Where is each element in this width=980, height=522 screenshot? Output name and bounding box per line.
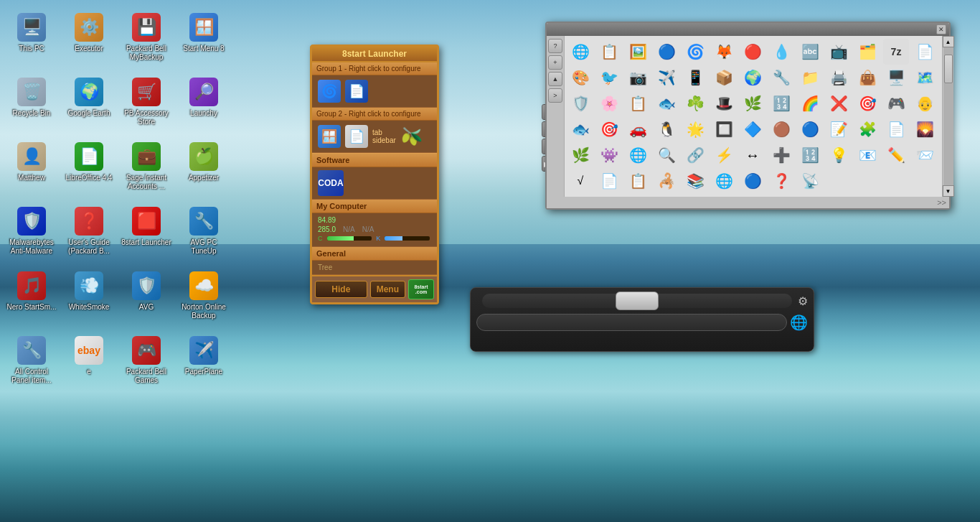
app-icon-3-4[interactable]: 🌟: [682, 116, 708, 142]
app-icon-0-6[interactable]: 🔴: [740, 39, 765, 65]
app-icon-3-1[interactable]: 🎯: [596, 116, 622, 142]
scrollbar-arrow-down[interactable]: ▼: [943, 185, 954, 197]
app-icon-3-8[interactable]: 🔵: [797, 116, 823, 142]
launcher-doc-icon[interactable]: 📄: [345, 125, 368, 148]
app-icon-1-7[interactable]: 🔧: [768, 65, 794, 90]
sidebar-btn-question[interactable]: ?: [548, 39, 562, 53]
desktop-icon-packard-bell-mybackup[interactable]: 💾 Packard Bell MyBackup: [118, 7, 174, 72]
app-icon-2-9[interactable]: ❌: [826, 90, 852, 116]
sidebar-btn-right[interactable]: >: [548, 88, 562, 103]
app-icon-3-11[interactable]: 📄: [883, 116, 909, 142]
launcher-group2[interactable]: Group 2 - Right click to configure: [312, 108, 437, 121]
app-icon-5-9[interactable]: [826, 168, 852, 194]
desktop-icon-8start-launcher[interactable]: 🟥 8start Launcher: [118, 201, 174, 266]
desktop-icon-nero[interactable]: 🎵 Nero StartSm...: [4, 266, 60, 330]
desktop-icon-recycle-bin[interactable]: 🗑️ Recycle Bin: [4, 72, 60, 136]
desktop-icon-norton[interactable]: ☁️ Norton Online Backup: [176, 266, 232, 330]
desktop-icon-pb-accessory-store[interactable]: 🛒 PB Accessory Store: [118, 72, 174, 136]
expand-indicator[interactable]: >>: [937, 198, 946, 207]
app-icon-1-8[interactable]: 📁: [797, 65, 823, 90]
app-icon-1-11[interactable]: 🖥️: [883, 65, 909, 90]
app-icon-3-9[interactable]: 📝: [826, 116, 852, 142]
app-icon-3-6[interactable]: 🔷: [740, 116, 765, 142]
app-icon-5-7[interactable]: ❓: [768, 168, 794, 194]
app-icon-1-2[interactable]: 📷: [625, 65, 651, 90]
desktop-icon-avg[interactable]: 🛡️ AVG: [118, 266, 174, 330]
launcher-olive-icon[interactable]: 🫒: [400, 125, 423, 148]
app-icon-3-2[interactable]: 🚗: [625, 116, 651, 142]
app-icon-2-7[interactable]: 🔢: [768, 90, 794, 116]
app-icon-3-10[interactable]: 🧩: [854, 116, 880, 142]
app-icon-2-0[interactable]: 🛡️: [567, 90, 593, 116]
app-icon-2-8[interactable]: 🌈: [797, 90, 823, 116]
app-icon-1-6[interactable]: 🌍: [740, 65, 765, 90]
app-icon-2-2[interactable]: 📋: [625, 90, 651, 116]
close-button[interactable]: ✕: [936, 24, 946, 34]
app-icon-0-9[interactable]: 📺: [826, 39, 852, 65]
app-icon-2-6[interactable]: 🌿: [740, 90, 765, 116]
app-icon-0-12[interactable]: 📄: [912, 39, 938, 65]
app-icon-2-1[interactable]: 🌸: [596, 90, 622, 116]
app-icon-5-11[interactable]: [883, 168, 909, 194]
app-icon-1-3[interactable]: ✈️: [654, 65, 679, 90]
scrollbar-thumb[interactable]: [944, 55, 953, 83]
desktop-icon-avg-pc-tuneup[interactable]: 🔧 AVG PC TuneUp: [176, 201, 232, 266]
desktop-icon-packard-bell-games[interactable]: 🎮 Packard Bell Games: [118, 330, 174, 395]
desktop-icon-ebay[interactable]: ebay e: [61, 330, 117, 395]
desktop-icon-users-guide[interactable]: ❓ User's Guide (Packard B...: [61, 201, 117, 266]
desktop-icon-this-pc[interactable]: 🖥️ This PC: [4, 7, 60, 72]
app-icon-1-9[interactable]: 🖨️: [826, 65, 852, 90]
app-icon-1-0[interactable]: 🎨: [567, 65, 593, 90]
app-icon-2-3[interactable]: 🐟: [654, 90, 679, 116]
widget-search-bar[interactable]: [476, 314, 787, 331]
desktop-icon-matthew[interactable]: 👤 Matthew: [4, 136, 60, 201]
desktop-icon-launchy[interactable]: 🔎 Launchy: [176, 72, 232, 136]
app-icon-0-0[interactable]: 🌐: [567, 39, 593, 65]
app-icon-4-7[interactable]: ➕: [768, 142, 794, 168]
app-icon-0-11[interactable]: 7z: [883, 39, 909, 65]
sidebar-btn-plus[interactable]: +: [548, 55, 562, 70]
app-icon-4-5[interactable]: ⚡: [711, 142, 737, 168]
desktop-icon-sage-instant[interactable]: 💼 Sage Instant Accounts ...: [118, 136, 174, 201]
launcher-tree[interactable]: Tree: [312, 261, 437, 275]
app-icon-4-11[interactable]: ✏️: [883, 142, 909, 168]
app-icon-0-1[interactable]: 📋: [596, 39, 622, 65]
app-icon-4-8[interactable]: 🔢: [797, 142, 823, 168]
desktop-icon-control-panel[interactable]: 🔧 All Control Panel item...: [4, 330, 60, 395]
app-icon-4-6[interactable]: ↔️: [740, 142, 765, 168]
app-icon-1-5[interactable]: 📦: [711, 65, 737, 90]
launcher-word-icon[interactable]: 📄: [345, 80, 368, 103]
widget-slider-area[interactable]: [482, 294, 792, 308]
app-icon-4-12[interactable]: 📨: [912, 142, 938, 168]
app-icon-4-1[interactable]: 👾: [596, 142, 622, 168]
app-icon-1-4[interactable]: 📱: [682, 65, 708, 90]
app-icon-3-0[interactable]: 🐟: [567, 116, 593, 142]
app-icon-0-10[interactable]: 🗂️: [854, 39, 880, 65]
gear-icon[interactable]: ⚙: [798, 294, 808, 308]
app-icon-0-4[interactable]: 🌀: [682, 39, 708, 65]
desktop-icon-paperplane[interactable]: ✈️ PaperPlane: [176, 330, 232, 395]
app-icon-4-2[interactable]: 🌐: [625, 142, 651, 168]
app-icon-1-12[interactable]: 🗺️: [912, 65, 938, 90]
app-icon-1-1[interactable]: 🐦: [596, 65, 622, 90]
app-icon-3-3[interactable]: 🐧: [654, 116, 679, 142]
app-icon-3-7[interactable]: 🟤: [768, 116, 794, 142]
app-icon-5-5[interactable]: 🌐: [711, 168, 737, 194]
desktop-icon-appetizer[interactable]: 🍏 Appetizer: [176, 136, 232, 201]
launcher-windows-icon[interactable]: 🪟: [318, 125, 341, 148]
app-icon-5-12[interactable]: [912, 168, 938, 194]
app-icon-5-3[interactable]: 🦂: [654, 168, 679, 194]
desktop-icon-executor[interactable]: ⚙️ Executor: [61, 7, 117, 72]
app-icon-2-5[interactable]: 🎩: [711, 90, 737, 116]
desktop-icon-libreoffice[interactable]: 📄 LibreOffice 4.4: [61, 136, 117, 201]
widget-slider-thumb[interactable]: [616, 292, 659, 310]
desktop-icon-start-menu-8[interactable]: 🪟 Start Menu 8: [176, 7, 232, 72]
launcher-chrome-icon[interactable]: 🌀: [318, 80, 341, 103]
app-icon-2-12[interactable]: 👴: [912, 90, 938, 116]
app-icon-4-0[interactable]: 🌿: [567, 142, 593, 168]
app-icon-3-12[interactable]: 🌄: [912, 116, 938, 142]
app-icon-2-11[interactable]: 🎮: [883, 90, 909, 116]
app-icon-4-9[interactable]: 💡: [826, 142, 852, 168]
app-icon-5-0[interactable]: √: [567, 168, 593, 194]
app-icon-5-1[interactable]: 📄: [596, 168, 622, 194]
